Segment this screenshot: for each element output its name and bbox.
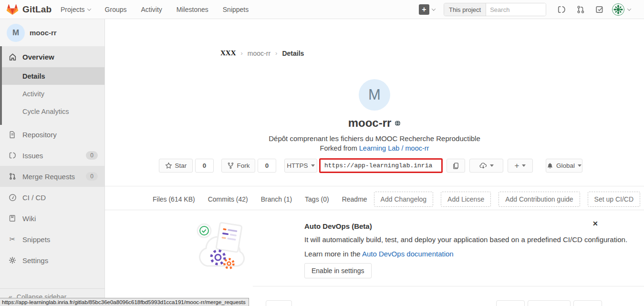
nav-milestones[interactable]: Milestones [177, 6, 208, 13]
scissors-icon: ✂ [8, 235, 17, 244]
copy-url-button[interactable] [447, 159, 465, 173]
commits-link[interactable]: Commits (42) [208, 195, 248, 203]
project-sidebar: M mooc-rr Overview Details Activity Cycl… [0, 19, 105, 306]
sidebar-item-activity[interactable]: Activity [0, 85, 104, 102]
close-icon[interactable]: ✕ [592, 220, 598, 227]
sidebar-item-label: Wiki [22, 214, 36, 223]
caret-down-icon [490, 164, 494, 167]
sidebar-item-label: Details [22, 72, 45, 80]
gitlab-project-page: GitLab Projects Groups Activity Mileston… [0, 0, 644, 306]
sidebar-item-repository[interactable]: Repository [0, 124, 104, 145]
sidebar-item-settings[interactable]: Settings [0, 250, 104, 271]
divider [105, 186, 644, 186]
sidebar-item-label: Issues [22, 152, 43, 160]
caret-down-icon [578, 164, 582, 167]
sidebar-item-label: CI / CD [22, 194, 46, 202]
sidebar-item-issues[interactable]: Issues 0 [0, 145, 104, 166]
issues-count-badge: 0 [86, 151, 98, 160]
breadcrumb-user[interactable]: XXX [220, 49, 236, 57]
branch-link[interactable]: Branch (1) [261, 195, 292, 203]
sidebar-item-snippets[interactable]: ✂ Snippets [0, 229, 104, 250]
project-description: Dépôt comprenant les fichiers du MOOC Re… [105, 134, 644, 143]
sidebar-item-label: Settings [22, 256, 48, 265]
issues-icon[interactable] [557, 5, 566, 14]
browser-status-bar: https://app-learninglab.inria.fr/gitlab/… [0, 298, 249, 306]
project-title: mooc-rr [348, 116, 392, 129]
sidebar-item-merge-requests[interactable]: Merge Requests 0 [0, 166, 104, 187]
partial-button[interactable] [266, 300, 292, 306]
gauge-icon [8, 193, 17, 202]
nav-projects[interactable]: Projects [61, 6, 91, 13]
plus-dropdown[interactable]: + [508, 159, 533, 173]
top-header: GitLab Projects Groups Activity Mileston… [0, 0, 644, 19]
breadcrumb-project[interactable]: mooc-rr [248, 50, 270, 57]
devops-doc-link[interactable]: Auto DevOps documentation [362, 250, 454, 258]
merge-requests-count-badge: 0 [86, 172, 98, 181]
partial-button[interactable] [573, 300, 602, 306]
sidebar-nav: Overview Details Activity Cycle Analytic… [0, 46, 104, 271]
devops-title: Auto DevOps (Beta) [304, 222, 372, 230]
devops-body: It will automatically build, test, and d… [304, 235, 627, 244]
clone-url-input[interactable] [319, 158, 443, 173]
devops-illustration [193, 214, 253, 275]
todos-icon[interactable] [595, 5, 604, 14]
clipboard-icon [452, 162, 459, 170]
gitlab-logo-icon[interactable] [6, 3, 19, 16]
breadcrumb-page: Details [282, 50, 304, 57]
gear-icon [8, 256, 17, 265]
search-control: This project [444, 3, 546, 16]
partial-button[interactable] [528, 300, 571, 306]
search-input[interactable] [486, 3, 546, 16]
partial-button[interactable] [496, 300, 525, 306]
new-menu-button[interactable]: + [419, 4, 429, 15]
sidebar-item-label: Merge Requests [22, 173, 75, 181]
issues-icon [8, 151, 17, 160]
sidebar-project-name: mooc-rr [30, 19, 57, 46]
add-changelog-button[interactable]: Add Changelog [374, 192, 434, 207]
sidebar-item-overview[interactable]: Overview [0, 46, 104, 67]
chevron-down-icon[interactable] [432, 7, 436, 10]
cloud-download-icon [479, 162, 487, 170]
book-icon [8, 214, 17, 223]
files-link[interactable]: Files (614 KB) [153, 195, 195, 203]
download-dropdown[interactable] [469, 159, 503, 173]
merge-requests-icon[interactable] [576, 5, 585, 14]
user-avatar[interactable] [612, 3, 624, 16]
readme-link[interactable]: Readme [342, 195, 367, 203]
sidebar-item-cycle-analytics[interactable]: Cycle Analytics [0, 102, 104, 120]
star-count[interactable]: 0 [195, 159, 214, 173]
sidebar-project-header[interactable]: M mooc-rr [0, 19, 104, 46]
main-content: XXX › mooc-rr › Details M mooc-rr Dépôt … [105, 19, 644, 306]
sidebar-item-label: Repository [22, 131, 57, 139]
fork-button[interactable]: Fork [221, 159, 255, 173]
caret-down-icon [311, 164, 315, 167]
tags-link[interactable]: Tags (0) [305, 195, 329, 203]
breadcrumb: XXX › mooc-rr › Details [220, 49, 304, 57]
public-globe-icon [395, 120, 401, 126]
sidebar-item-wiki[interactable]: Wiki [0, 208, 104, 229]
nav-groups[interactable]: Groups [105, 6, 127, 13]
fork-count[interactable]: 0 [258, 159, 276, 173]
add-license-button[interactable]: Add License [441, 192, 491, 207]
star-icon [165, 162, 172, 169]
setup-cicd-button[interactable]: Set up CI/CD [588, 192, 640, 207]
add-contribution-guide-button[interactable]: Add Contribution guide [499, 192, 580, 207]
star-button[interactable]: Star [159, 159, 193, 173]
sidebar-item-ci-cd[interactable]: CI / CD [0, 187, 104, 208]
sidebar-scrollbar[interactable] [0, 46, 2, 125]
divider [253, 286, 644, 286]
sidebar-item-details[interactable]: Details [0, 67, 104, 85]
devops-learn-more: Learn more in the Auto DevOps documentat… [304, 250, 454, 258]
protocol-dropdown[interactable]: HTTPS [284, 159, 317, 173]
notification-dropdown[interactable]: Global [546, 159, 582, 173]
nav-activity[interactable]: Activity [141, 6, 162, 13]
sidebar-item-label: Overview [22, 53, 54, 61]
forked-from-link[interactable]: Learning Lab / mooc-rr [359, 144, 429, 152]
chevron-down-icon[interactable] [627, 7, 631, 10]
divider [105, 210, 644, 210]
forked-from-line: Forked from Learning Lab / mooc-rr [105, 144, 644, 152]
bell-icon [547, 162, 553, 169]
nav-snippets[interactable]: Snippets [223, 6, 249, 13]
enable-in-settings-button[interactable]: Enable in settings [304, 263, 372, 278]
chevron-down-icon [87, 7, 91, 10]
